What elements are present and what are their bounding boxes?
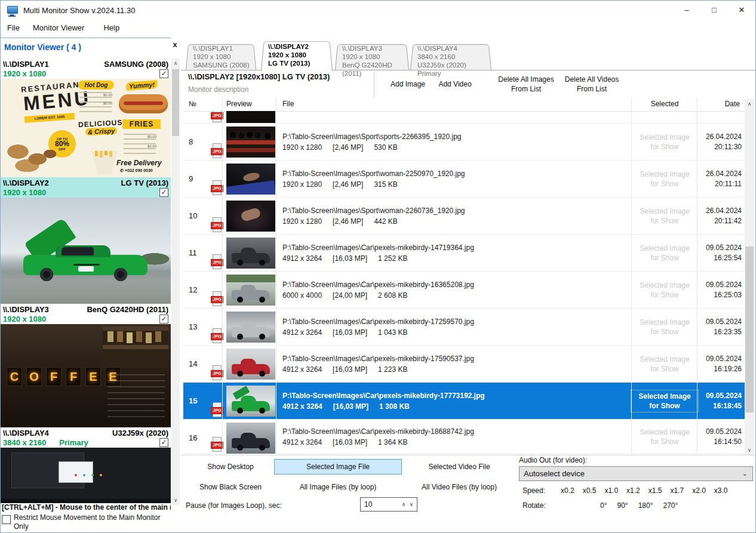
monitor-preview-desktop[interactable] <box>1 448 171 503</box>
jpg-badge: JPG <box>211 185 223 192</box>
scrollbar-thumb[interactable] <box>172 69 179 136</box>
file-row-12[interactable]: 12 JPG P:\Tablo-Screen\Images\Car\pexels… <box>183 272 745 309</box>
file-megapixels: [16,03 MP] <box>333 328 367 337</box>
speed-option[interactable]: x0.2 <box>561 485 574 496</box>
show-black-screen-button[interactable]: Show Black Screen <box>192 480 269 494</box>
selected-for-show-cell[interactable]: Selected Imagefor Show <box>632 355 697 374</box>
pause-seconds-stepper[interactable]: 10 ∧ ∨ <box>360 497 417 512</box>
monitor-enabled-checkbox[interactable] <box>159 438 168 447</box>
selected-for-show-cell[interactable]: Selected Imagefor Show <box>632 170 697 189</box>
restrict-mouse-checkbox[interactable] <box>2 515 11 524</box>
tab-display2-active[interactable]: \\.\DISPLAY2 1920 x 1080 LG TV (2013) <box>261 39 333 71</box>
app-window: Multi Monitor Show v.2024.11.30 – □ ✕ Fi… <box>0 0 756 533</box>
file-row-13[interactable]: 13 JPG P:\Tablo-Screen\Images\Car\pexels… <box>183 309 745 346</box>
stepper-down-icon[interactable]: ∨ <box>409 501 417 507</box>
file-row-16[interactable]: 16 JPG P:\Tablo-Screen\Images\Car\pexels… <box>183 420 745 454</box>
selected-for-show-cell[interactable]: Selected Imagefor Show <box>632 207 697 226</box>
monitor-preview-restaurant-menu[interactable]: RESTAURANT MENU LOREM EST. 1995 Hot Dog … <box>1 79 171 177</box>
selected-for-show-cell[interactable]: Selected Imagefor Show <box>632 133 697 152</box>
selected-for-show-cell[interactable]: Selected Imagefor Show <box>632 318 697 337</box>
monitor-name: \\.\DISPLAY2 <box>3 178 49 187</box>
menu-help[interactable]: Help <box>97 21 126 35</box>
jpg-file-icon: JPG <box>211 402 223 417</box>
selected-image-file-button-active[interactable]: Selected Image File <box>274 459 402 475</box>
speed-option[interactable]: x0.5 <box>583 485 597 496</box>
maximize-button[interactable]: □ <box>700 1 728 19</box>
file-row-9[interactable]: 9 JPG P:\Tablo-Screen\Images\Sport\woman… <box>183 161 745 198</box>
delete-all-videos-button[interactable]: Delete All Videos From List <box>551 75 632 94</box>
speed-option[interactable]: x3.0 <box>714 485 728 496</box>
menu-art-price: $0.00 <box>103 101 112 105</box>
minimize-button[interactable]: – <box>673 1 700 19</box>
file-row-10[interactable]: 10 JPG P:\Tablo-Screen\Images\Sport\woma… <box>183 198 745 235</box>
monitor-item-display3[interactable]: \\.\DISPLAY3 BenQ G2420HD (2011) 1920 x … <box>1 304 171 324</box>
monitor-item-display4[interactable]: \\.\DISPLAY4 U32J59x (2020) 3840 x 2160 … <box>1 427 171 448</box>
show-desktop-button[interactable]: Show Desktop <box>192 460 269 474</box>
audio-out-label: Audio Out (for video): <box>519 456 587 464</box>
selected-for-show-cell[interactable]: Selected Imagefor Show <box>632 281 697 300</box>
sidebar-scrollbar[interactable]: ∧ ∨ <box>171 58 180 505</box>
scroll-up-icon[interactable]: ∧ <box>171 58 180 68</box>
fried-chicken-image <box>4 136 62 173</box>
jpg-file-icon: JPG <box>211 437 223 452</box>
all-image-files-button[interactable]: All Image Files (by loop) <box>275 480 401 494</box>
monitor-enabled-checkbox[interactable] <box>159 69 168 78</box>
file-row-14[interactable]: 14 JPG P:\Tablo-Screen\Images\Car\pexels… <box>183 346 745 383</box>
sidebar-close-button[interactable]: x <box>170 40 180 51</box>
monitor-primary-label: Primary <box>59 438 88 447</box>
tab-display3[interactable]: \\.\DISPLAY3 1920 x 1080 BenQ G2420HD (2… <box>335 42 409 70</box>
menu-file[interactable]: File <box>1 21 26 35</box>
selected-for-show-cell[interactable]: Selected Imagefor Show <box>632 392 697 411</box>
scroll-up-icon[interactable]: ∧ <box>745 99 754 109</box>
monitor-preview-coffee-shop[interactable]: C O F F E E <box>1 324 171 427</box>
all-video-files-button[interactable]: All Video Files (by loop) <box>405 480 513 494</box>
speed-option[interactable]: x1.2 <box>626 485 640 496</box>
sign-letter: F <box>66 367 81 386</box>
selected-label-line2: for Show <box>632 364 697 374</box>
thumbnail-silver-convertible <box>226 312 275 343</box>
scrollbar-thumb[interactable] <box>745 247 754 412</box>
speed-option[interactable]: x1.5 <box>649 485 662 496</box>
monitor-enabled-checkbox[interactable] <box>159 188 168 197</box>
speed-option[interactable]: x1.0 <box>604 485 618 496</box>
file-time: 16:25:03 <box>698 290 742 300</box>
tab-display1[interactable]: \\.\DISPLAY1 1920 x 1080 SAMSUNG (2008) <box>186 42 256 70</box>
scroll-down-icon[interactable]: ∨ <box>745 445 754 455</box>
rotate-option[interactable]: 270° <box>663 500 678 511</box>
file-row-8[interactable]: 8 JPG P:\Tablo-Screen\Images\Sport\sport… <box>183 124 745 161</box>
file-megapixels: [2,46 MP] <box>333 143 363 152</box>
rotate-option[interactable]: 90° <box>617 500 628 511</box>
monitor-item-display2[interactable]: \\.\DISPLAY2 LG TV (2013) 1920 x 1080 <box>1 177 171 198</box>
selected-for-show-cell[interactable]: Selected Imagefor Show <box>632 244 697 263</box>
file-size: 2 608 KB <box>378 291 407 300</box>
selected-video-file-button[interactable]: Selected Video File <box>411 460 507 474</box>
rotate-option[interactable]: 180° <box>638 500 653 511</box>
audio-device-select[interactable]: Autoselect device ⌄ <box>519 466 753 481</box>
speed-option[interactable]: x2.0 <box>692 485 706 496</box>
file-row-partial[interactable]: JPG <box>183 111 745 124</box>
file-time: 16:23:35 <box>698 327 742 337</box>
monitor-enabled-checkbox[interactable] <box>159 315 168 324</box>
file-date: 09.05.2024 <box>698 391 742 401</box>
file-megapixels: [24,00 MP] <box>333 291 367 300</box>
file-row-11[interactable]: 11 JPG P:\Tablo-Screen\Images\Car\pexels… <box>183 235 745 272</box>
tab-display4[interactable]: \\.\DISPLAY4 3840 x 2160 U32J59x (2020) … <box>410 42 491 70</box>
close-button[interactable]: ✕ <box>728 1 755 19</box>
selected-for-show-cell[interactable]: Selected Imagefor Show <box>632 427 697 446</box>
monitor-preview-green-car[interactable] <box>1 198 171 304</box>
car-shape <box>232 327 270 337</box>
stepper-up-icon[interactable]: ∧ <box>402 501 410 507</box>
rotate-option[interactable]: 0° <box>600 500 607 511</box>
file-row-15-selected[interactable]: 15 JPG P:\Tablo-Screen\Images\Car\pexels… <box>183 383 745 420</box>
selected-label-line2: for Show <box>632 216 697 226</box>
monitor-item-display1[interactable]: \\.\DISPLAY1 SAMSUNG (2008) 1920 x 1080 <box>1 58 171 79</box>
speed-option[interactable]: x1.7 <box>670 485 684 496</box>
scroll-down-icon[interactable]: ∨ <box>171 495 180 505</box>
menu-monitor-viewer[interactable]: Monitor Viewer <box>26 21 91 35</box>
pause-value[interactable]: 10 <box>361 500 402 509</box>
file-size: 442 KB <box>374 217 397 226</box>
car-shape <box>232 438 270 448</box>
file-list-scrollbar[interactable]: ∧ ∨ <box>745 99 754 455</box>
tab-line3: SAMSUNG (2008) <box>193 61 256 69</box>
file-path: P:\Tablo-Screen\Images\Car\pexels-mikebi… <box>282 244 629 252</box>
